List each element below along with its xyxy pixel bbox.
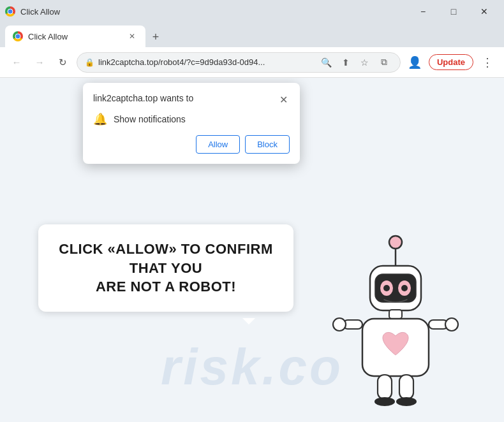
maximize-button[interactable]: □	[439, 2, 468, 21]
bubble-line2: ARE NOT A ROBOT!	[96, 279, 236, 295]
popup-close-button[interactable]: ✕	[277, 93, 290, 106]
close-button[interactable]: ✕	[470, 2, 499, 21]
svg-point-13	[445, 318, 458, 331]
forward-button[interactable]: →	[31, 54, 48, 71]
lock-icon: 🔒	[85, 58, 94, 67]
bubble-text: CLICK «ALLOW» TO CONFIRM THAT YOU ARE NO…	[56, 240, 276, 296]
svg-point-11	[333, 318, 346, 331]
share-icon-button[interactable]: ⬆	[337, 54, 354, 71]
active-tab[interactable]: Click Allow ✕	[5, 25, 145, 47]
bell-icon: 🔔	[93, 112, 107, 126]
robot-illustration	[325, 231, 466, 409]
svg-point-0	[389, 236, 402, 249]
new-tab-button[interactable]: +	[147, 28, 165, 46]
back-button[interactable]: ←	[8, 54, 26, 71]
address-bar[interactable]: 🔒 link2captcha.top/robot4/?c=9d9da93d-0d…	[77, 52, 401, 73]
title-bar: Click Allow − □ ✕	[0, 0, 504, 23]
svg-point-17	[396, 397, 417, 406]
bubble-line1: CLICK «ALLOW» TO CONFIRM THAT YOU	[59, 241, 272, 276]
url-text: link2captcha.top/robot4/?c=9d9da93d-0d94…	[98, 57, 315, 67]
browser-content: risk.co link2captcha.top wants to ✕ 🔔 Sh…	[0, 78, 504, 422]
tab-close-button[interactable]: ✕	[126, 31, 138, 42]
svg-rect-8	[389, 310, 402, 319]
tab-bar: Click Allow ✕ +	[0, 23, 504, 47]
notification-label: Show notifications	[114, 114, 186, 124]
browser-logo-icon	[5, 6, 15, 17]
address-bar-icons: 🔍 ⬆ ☆ ⧉	[318, 54, 392, 71]
speech-bubble-container: CLICK «ALLOW» TO CONFIRM THAT YOU ARE NO…	[38, 224, 293, 312]
profile-button[interactable]: 👤	[406, 54, 424, 71]
tab-favicon-icon	[13, 31, 23, 41]
svg-point-7	[401, 285, 408, 291]
split-view-icon-button[interactable]: ⧉	[376, 54, 392, 71]
address-bar-row: ← → ↻ 🔒 link2captcha.top/robot4/?c=9d9da…	[0, 47, 504, 78]
speech-bubble: CLICK «ALLOW» TO CONFIRM THAT YOU ARE NO…	[38, 224, 293, 312]
bookmark-icon-button[interactable]: ☆	[357, 54, 373, 71]
minimize-button[interactable]: −	[408, 2, 438, 21]
window-controls: − □ ✕	[408, 2, 499, 21]
refresh-button[interactable]: ↻	[54, 54, 71, 71]
window-title: Click Allow	[20, 7, 60, 17]
svg-rect-15	[399, 375, 413, 399]
search-icon-button[interactable]: 🔍	[318, 54, 335, 71]
popup-title: link2captcha.top wants to	[93, 93, 193, 103]
update-button[interactable]: Update	[429, 54, 473, 70]
tab-title: Click Allow	[28, 32, 121, 41]
popup-buttons: Allow Block	[93, 135, 290, 154]
allow-button[interactable]: Allow	[196, 135, 240, 154]
svg-rect-14	[378, 375, 392, 399]
notification-popup: link2captcha.top wants to ✕ 🔔 Show notif…	[83, 83, 300, 164]
svg-point-16	[374, 397, 395, 406]
block-button[interactable]: Block	[245, 135, 290, 154]
browser-menu-button[interactable]: ⋮	[478, 54, 496, 71]
popup-header: link2captcha.top wants to ✕	[93, 93, 290, 106]
popup-notification-row: 🔔 Show notifications	[93, 112, 290, 126]
svg-point-6	[383, 285, 390, 291]
